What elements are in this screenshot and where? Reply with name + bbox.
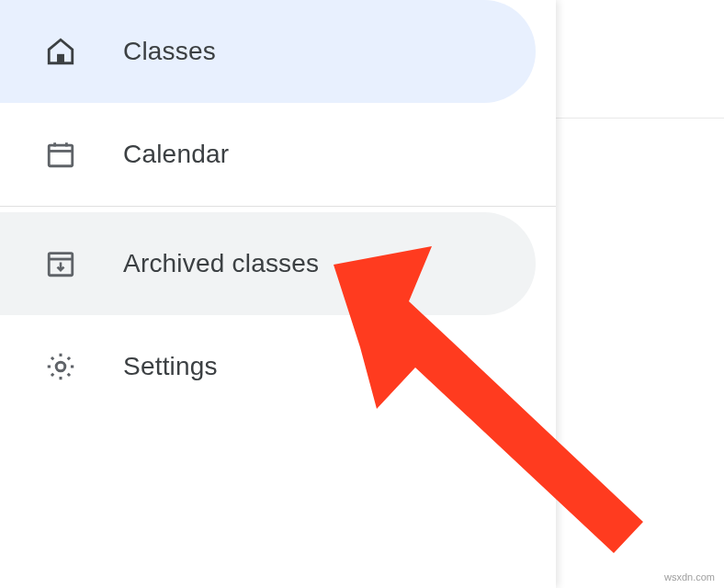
sidebar-item-settings[interactable]: Settings [0,315,536,418]
sidebar-item-classes[interactable]: Classes [0,0,536,103]
svg-point-7 [56,362,65,371]
archive-icon [44,247,77,280]
calendar-icon [44,138,77,171]
sidebar-item-calendar[interactable]: Calendar [0,103,536,206]
sidebar-item-label: Archived classes [123,249,319,278]
home-icon [44,35,77,68]
svg-rect-0 [57,54,64,63]
sidebar: Classes Calendar [0,0,556,588]
nav-section-bottom: Archived classes Settings [0,207,556,418]
content-divider [556,118,724,119]
content-area [556,0,724,588]
watermark: wsxdn.com [664,571,715,582]
sidebar-item-label: Calendar [123,140,229,169]
svg-rect-1 [49,145,73,166]
gear-icon [44,350,77,383]
sidebar-item-archived-classes[interactable]: Archived classes [0,212,536,315]
sidebar-item-label: Classes [123,37,216,66]
nav-section-top: Classes Calendar [0,0,556,206]
sidebar-item-label: Settings [123,352,218,381]
